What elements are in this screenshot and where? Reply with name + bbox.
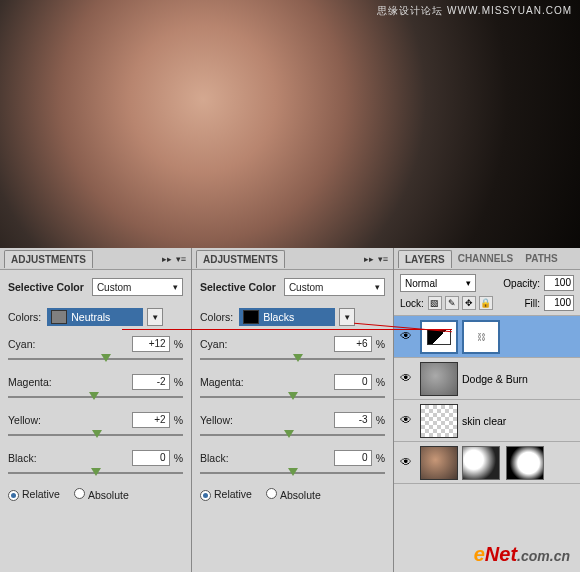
adjustments-panel-1: ADJUSTMENTS ▸▸ ▾≡ Selective Color Custom… <box>0 248 192 572</box>
slider-yellow[interactable] <box>8 434 183 436</box>
mask-thumb[interactable] <box>506 446 544 480</box>
colors-dropdown[interactable]: Neutrals <box>47 308 143 326</box>
adjustments-panel-2: ADJUSTMENTS ▸▸ ▾≡ Selective Color Custom… <box>192 248 394 572</box>
slider-black[interactable] <box>8 472 183 474</box>
visibility-icon[interactable]: 👁 <box>398 371 414 387</box>
opacity-input[interactable]: 100 <box>544 275 574 291</box>
layers-panel: LAYERS CHANNELS PATHS Normal Opacity: 10… <box>394 248 580 572</box>
slider-value-black[interactable]: 0 <box>334 450 372 466</box>
document-preview: 思缘设计论坛 WWW.MISSYUAN.COM <box>0 0 580 248</box>
tab-layers[interactable]: LAYERS <box>398 250 452 268</box>
slider-label-cyan: Cyan: <box>8 338 35 350</box>
colors-label: Colors: <box>200 311 233 323</box>
slider-label-magenta: Magenta: <box>8 376 52 388</box>
slider-value-cyan[interactable]: +12 <box>132 336 170 352</box>
colors-dropdown[interactable]: Blacks <box>239 308 335 326</box>
mask-thumb[interactable]: ⛓ <box>462 320 500 354</box>
slider-label-magenta: Magenta: <box>200 376 244 388</box>
slider-value-black[interactable]: 0 <box>132 450 170 466</box>
adjustment-title: Selective Color <box>200 281 276 293</box>
slider-label-yellow: Yellow: <box>200 414 233 426</box>
enet-logo: eNet.com.cn <box>474 543 570 566</box>
tab-adjustments[interactable]: ADJUSTMENTS <box>196 250 285 268</box>
colors-label: Colors: <box>8 311 41 323</box>
collapse-icon[interactable]: ▸▸ <box>363 253 375 265</box>
slider-label-black: Black: <box>8 452 37 464</box>
adjustment-title: Selective Color <box>8 281 84 293</box>
swatch-black <box>243 310 259 324</box>
dropdown-arrow-icon[interactable]: ▼ <box>339 308 355 326</box>
layer-thumb[interactable] <box>420 446 458 480</box>
slider-value-magenta[interactable]: -2 <box>132 374 170 390</box>
slider-value-yellow[interactable]: +2 <box>132 412 170 428</box>
slider-magenta[interactable] <box>200 396 385 398</box>
layer-name: Dodge & Burn <box>462 373 528 385</box>
preset-dropdown[interactable]: Custom <box>284 278 385 296</box>
menu-icon[interactable]: ▾≡ <box>175 253 187 265</box>
slider-black[interactable] <box>200 472 385 474</box>
slider-label-yellow: Yellow: <box>8 414 41 426</box>
slider-cyan[interactable] <box>200 358 385 360</box>
preset-dropdown[interactable]: Custom <box>92 278 183 296</box>
layer-thumb[interactable] <box>420 404 458 438</box>
slider-value-yellow[interactable]: -3 <box>334 412 372 428</box>
lock-label: Lock: <box>400 298 424 309</box>
menu-icon[interactable]: ▾≡ <box>377 253 389 265</box>
slider-cyan[interactable] <box>8 358 183 360</box>
lock-all-icon[interactable]: 🔒 <box>479 296 493 310</box>
visibility-icon[interactable]: 👁 <box>398 329 414 345</box>
layer-row-skin-clear[interactable]: 👁 skin clear <box>394 400 580 442</box>
slider-label-black: Black: <box>200 452 229 464</box>
slider-value-magenta[interactable]: 0 <box>334 374 372 390</box>
swatch-neutral <box>51 310 67 324</box>
slider-magenta[interactable] <box>8 396 183 398</box>
radio-relative[interactable]: Relative <box>8 488 60 501</box>
tab-adjustments[interactable]: ADJUSTMENTS <box>4 250 93 268</box>
slider-yellow[interactable] <box>200 434 385 436</box>
lock-pixels-icon[interactable]: ✎ <box>445 296 459 310</box>
radio-relative[interactable]: Relative <box>200 488 252 501</box>
layer-thumb[interactable] <box>420 362 458 396</box>
tab-channels[interactable]: CHANNELS <box>452 250 520 267</box>
lock-position-icon[interactable]: ✥ <box>462 296 476 310</box>
visibility-icon[interactable]: 👁 <box>398 413 414 429</box>
slider-value-cyan[interactable]: +6 <box>334 336 372 352</box>
watermark-text: 思缘设计论坛 WWW.MISSYUAN.COM <box>377 4 572 18</box>
radio-absolute[interactable]: Absolute <box>266 488 321 501</box>
fill-label: Fill: <box>524 298 540 309</box>
adjustment-thumb[interactable] <box>420 320 458 354</box>
collapse-icon[interactable]: ▸▸ <box>161 253 173 265</box>
slider-label-cyan: Cyan: <box>200 338 227 350</box>
blend-mode-dropdown[interactable]: Normal <box>400 274 476 292</box>
layer-row-selective-color[interactable]: 👁 ⛓ <box>394 316 580 358</box>
opacity-label: Opacity: <box>503 278 540 289</box>
tab-paths[interactable]: PATHS <box>519 250 563 267</box>
radio-absolute[interactable]: Absolute <box>74 488 129 501</box>
lock-transparent-icon[interactable]: ▧ <box>428 296 442 310</box>
dropdown-arrow-icon[interactable]: ▼ <box>147 308 163 326</box>
mask-thumb[interactable] <box>462 446 500 480</box>
layer-name: skin clear <box>462 415 506 427</box>
fill-input[interactable]: 100 <box>544 295 574 311</box>
layer-row-image[interactable]: 👁 <box>394 442 580 484</box>
layer-row-dodge-burn[interactable]: 👁 Dodge & Burn <box>394 358 580 400</box>
visibility-icon[interactable]: 👁 <box>398 455 414 471</box>
